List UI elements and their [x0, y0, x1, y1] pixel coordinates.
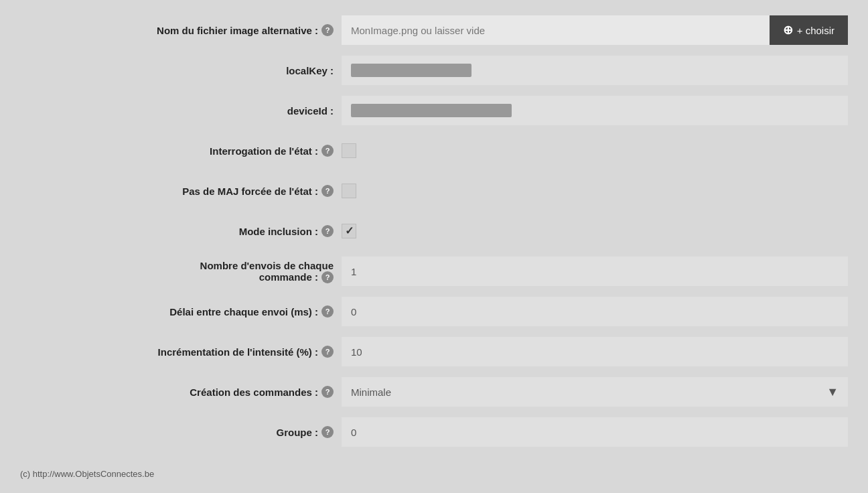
checkbox-inclusion-mode[interactable]: ✓ — [342, 224, 356, 238]
label-image-filename: Nom du fichier image alternative : ? — [20, 24, 342, 36]
label-no-forced-update: Pas de MAJ forcée de l'état : ? — [20, 185, 342, 197]
send-count-value: 1 — [351, 266, 356, 277]
label-inclusion-mode: Mode inclusion : ? — [20, 225, 342, 237]
row-localkey: localKey : — [20, 54, 848, 87]
row-inclusion-mode: Mode inclusion : ? ✓ — [20, 214, 848, 248]
intensity-increment-field: 10 — [342, 337, 848, 366]
label-state-query-text: Interrogation de l'état : — [210, 145, 318, 157]
label-deviceid-text: deviceId : — [287, 105, 334, 117]
label-send-count: Nombre d'envois de chaque commande : ? — [20, 260, 342, 283]
label-send-delay-text: Délai entre chaque envoi (ms) : — [169, 306, 318, 318]
group-field: 0 — [342, 417, 848, 447]
image-filename-input[interactable] — [342, 15, 770, 45]
label-group-text: Groupe : — [277, 427, 319, 438]
checkbox-no-forced-update[interactable] — [342, 184, 356, 198]
label-command-creation: Création des commandes : ? — [20, 386, 342, 398]
group-value: 0 — [351, 427, 356, 438]
deviceid-field[interactable] — [342, 96, 848, 125]
command-creation-select-container: Minimale Standard Complète ▼ — [342, 377, 848, 407]
help-icon-intensity-increment[interactable]: ? — [321, 346, 334, 358]
label-group: Groupe : ? — [20, 426, 342, 438]
checkmark-inclusion-mode: ✓ — [345, 226, 354, 236]
label-intensity-increment: Incrémentation de l'intensité (%) : ? — [20, 346, 342, 358]
choose-button-label: + choisir — [797, 25, 835, 36]
input-group-image-filename: ⊕ + choisir — [342, 15, 848, 45]
help-icon-no-forced-update[interactable]: ? — [321, 185, 334, 197]
row-command-creation: Création des commandes : ? Minimale Stan… — [20, 375, 848, 409]
command-creation-select[interactable]: Minimale Standard Complète — [342, 377, 848, 407]
row-send-delay: Délai entre chaque envoi (ms) : ? 0 — [20, 295, 848, 328]
checkbox-container-no-forced-update — [342, 184, 848, 198]
help-icon-state-query[interactable]: ? — [321, 145, 334, 157]
checkbox-container-inclusion-mode: ✓ — [342, 224, 848, 238]
localkey-field[interactable] — [342, 56, 848, 85]
help-icon-command-creation[interactable]: ? — [321, 386, 334, 398]
checkbox-container-state-query — [342, 143, 848, 158]
send-delay-value: 0 — [351, 306, 356, 318]
choose-button[interactable]: ⊕ + choisir — [770, 15, 848, 45]
help-icon-group[interactable]: ? — [321, 426, 334, 438]
footer: (c) http://www.ObjetsConnectes.be — [20, 462, 848, 486]
label-intensity-increment-text: Incrémentation de l'intensité (%) : — [158, 346, 318, 358]
label-inclusion-mode-text: Mode inclusion : — [239, 226, 318, 237]
label-state-query: Interrogation de l'état : ? — [20, 145, 342, 157]
label-no-forced-update-text: Pas de MAJ forcée de l'état : — [182, 186, 318, 197]
label-localkey: localKey : — [20, 65, 342, 76]
localkey-value-mask — [351, 64, 472, 77]
row-group: Groupe : ? 0 — [20, 415, 848, 449]
row-intensity-increment: Incrémentation de l'intensité (%) : ? 10 — [20, 335, 848, 368]
send-delay-field: 0 — [342, 297, 848, 326]
form-container: Nom du fichier image alternative : ? ⊕ +… — [0, 0, 868, 493]
help-icon-inclusion-mode[interactable]: ? — [321, 225, 334, 237]
label-send-delay: Délai entre chaque envoi (ms) : ? — [20, 305, 342, 318]
label-deviceid: deviceId : — [20, 105, 342, 117]
row-image-filename: Nom du fichier image alternative : ? ⊕ +… — [20, 13, 848, 47]
row-no-forced-update: Pas de MAJ forcée de l'état : ? — [20, 174, 848, 208]
checkbox-state-query[interactable] — [342, 143, 356, 158]
label-image-filename-text: Nom du fichier image alternative : — [157, 25, 318, 36]
label-command-creation-text: Création des commandes : — [190, 386, 318, 398]
help-icon-image-filename[interactable]: ? — [321, 24, 334, 36]
label-localkey-text: localKey : — [286, 65, 334, 76]
row-state-query: Interrogation de l'état : ? — [20, 134, 848, 167]
row-deviceid: deviceId : — [20, 94, 848, 127]
row-send-count: Nombre d'envois de chaque commande : ? 1 — [20, 255, 848, 288]
footer-text: (c) http://www.ObjetsConnectes.be — [20, 469, 154, 479]
help-icon-send-count[interactable]: ? — [321, 271, 334, 283]
help-icon-send-delay[interactable]: ? — [321, 305, 334, 318]
deviceid-value-mask — [351, 104, 512, 117]
send-count-field: 1 — [342, 257, 848, 286]
label-send-count-line2: commande : — [259, 271, 318, 283]
label-send-count-line1: Nombre d'envois de chaque — [200, 260, 334, 271]
intensity-increment-value: 10 — [351, 346, 362, 358]
plus-icon: ⊕ — [783, 23, 793, 38]
